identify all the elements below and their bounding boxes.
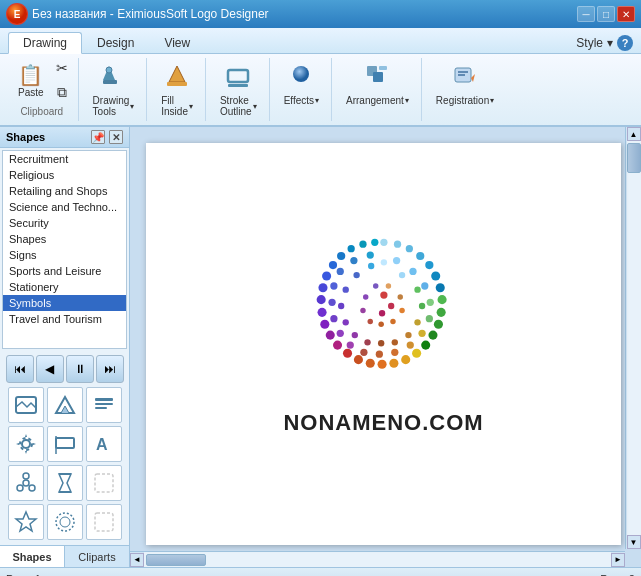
horizontal-scrollbar[interactable]: ◄ ► xyxy=(130,551,625,567)
placeholder-icon2[interactable] xyxy=(86,504,122,540)
tab-design[interactable]: Design xyxy=(82,31,149,53)
effects-button[interactable]: Effects ▾ xyxy=(278,58,325,110)
stroke-outline-button[interactable]: StrokeOutline ▾ xyxy=(214,58,263,121)
placeholder-icon[interactable] xyxy=(86,465,122,501)
fill-arrow-icon: ▾ xyxy=(189,102,193,111)
scroll-thumb-h[interactable] xyxy=(146,554,206,566)
svg-point-39 xyxy=(436,308,445,317)
clipboard-group: 📋 Paste ✂ ⧉ Clipboard xyxy=(6,58,79,121)
svg-point-105 xyxy=(388,303,394,309)
list-item[interactable]: Retailing and Shops xyxy=(3,183,126,199)
mountain-icon[interactable] xyxy=(47,387,83,423)
svg-point-95 xyxy=(385,283,390,288)
cut-button[interactable]: ✂ xyxy=(52,58,72,80)
list-item[interactable]: Shapes xyxy=(3,231,126,247)
hourglass-icon[interactable] xyxy=(47,465,83,501)
effects-icon xyxy=(287,62,315,93)
next-button[interactable]: ⏭ xyxy=(96,355,124,383)
tab-shapes[interactable]: Shapes xyxy=(0,546,65,567)
circle-pattern-icon[interactable] xyxy=(47,504,83,540)
svg-point-89 xyxy=(351,332,357,338)
svg-point-97 xyxy=(399,308,404,313)
scroll-up-icon[interactable]: ▲ xyxy=(627,127,641,141)
list-item[interactable]: Sports and Leisure xyxy=(3,263,126,279)
svg-point-74 xyxy=(330,315,337,322)
help-icon[interactable]: ? xyxy=(617,35,633,51)
fill-inside-label: FillInside xyxy=(161,95,188,117)
svg-point-106 xyxy=(379,310,385,316)
svg-point-23 xyxy=(23,473,29,479)
tab-view[interactable]: View xyxy=(149,31,205,53)
clipboard-label: Clipboard xyxy=(20,106,63,117)
pause-button[interactable]: ⏸ xyxy=(66,355,94,383)
gear-icon[interactable] xyxy=(8,426,44,462)
svg-point-71 xyxy=(360,349,367,356)
svg-point-88 xyxy=(364,339,370,345)
paste-button[interactable]: 📋 Paste xyxy=(12,61,50,102)
list-item[interactable]: Travel and Tourism xyxy=(3,311,126,327)
svg-point-33 xyxy=(405,245,412,252)
svg-point-54 xyxy=(316,295,325,304)
tab-cliparts[interactable]: Cliparts xyxy=(65,546,129,567)
registration-button[interactable]: Registration ▾ xyxy=(430,58,500,110)
playback-controls: ⏮ ◀ ⏸ ⏭ xyxy=(4,355,125,383)
first-button[interactable]: ⏮ xyxy=(6,355,34,383)
svg-point-85 xyxy=(405,332,411,338)
svg-point-59 xyxy=(347,245,354,252)
svg-point-91 xyxy=(338,303,344,309)
pin-icon[interactable]: 📌 xyxy=(91,130,105,144)
window-title: Без названия - EximiousSoft Logo Designe… xyxy=(32,7,269,21)
drawing-tools-arrow-icon: ▾ xyxy=(130,102,134,111)
drawing-canvas[interactable]: .d { rx: 4; ry: 4; } xyxy=(146,143,621,545)
svg-rect-4 xyxy=(167,82,187,86)
landscape-icon[interactable] xyxy=(8,387,44,423)
vertical-scrollbar[interactable]: ▲ ▼ xyxy=(625,127,641,549)
svg-point-58 xyxy=(337,252,345,260)
scroll-thumb-v[interactable] xyxy=(627,143,641,173)
scroll-right-icon[interactable]: ► xyxy=(611,553,625,567)
star-icon[interactable] xyxy=(8,504,44,540)
drawing-tools-button[interactable]: DrawingTools ▾ xyxy=(87,58,141,121)
close-button[interactable]: ✕ xyxy=(617,6,635,22)
maximize-button[interactable]: □ xyxy=(597,6,615,22)
arrangement-button[interactable]: Arrangement ▾ xyxy=(340,58,415,110)
svg-point-82 xyxy=(414,286,420,292)
text-icon[interactable]: A xyxy=(86,426,122,462)
svg-rect-15 xyxy=(95,398,113,401)
shapes-list[interactable]: Recruitment Religious Retailing and Shop… xyxy=(2,150,127,349)
list-item[interactable]: Recruitment xyxy=(3,151,126,167)
minimize-button[interactable]: ─ xyxy=(577,6,595,22)
svg-point-34 xyxy=(416,252,424,260)
svg-point-3 xyxy=(106,67,112,73)
list-item[interactable]: Science and Techno... xyxy=(3,199,126,215)
svg-point-29 xyxy=(60,517,70,527)
prev-button[interactable]: ◀ xyxy=(36,355,64,383)
svg-point-7 xyxy=(293,66,309,82)
svg-point-31 xyxy=(380,239,387,246)
panel-close-icon[interactable]: ✕ xyxy=(109,130,123,144)
list-item[interactable]: Religious xyxy=(3,167,126,183)
biohazard-icon[interactable] xyxy=(8,465,44,501)
registration-arrow-icon: ▾ xyxy=(490,96,494,105)
svg-point-101 xyxy=(360,308,365,313)
style-menu[interactable]: Style ▾ ? xyxy=(576,35,633,53)
list-item-selected[interactable]: Symbols xyxy=(3,295,126,311)
banner-icon[interactable] xyxy=(47,426,83,462)
list-item[interactable]: Security xyxy=(3,215,126,231)
scroll-left-icon[interactable]: ◄ xyxy=(130,553,144,567)
icon-controls-area: ⏮ ◀ ⏸ ⏭ xyxy=(0,351,129,545)
tab-drawing[interactable]: Drawing xyxy=(8,32,82,54)
arrangement-label: Arrangement xyxy=(346,95,404,106)
arrangement-arrow-icon: ▾ xyxy=(405,96,409,105)
copy-button[interactable]: ⧉ xyxy=(52,82,72,104)
svg-point-60 xyxy=(359,241,366,248)
svg-point-90 xyxy=(342,319,348,325)
list-item[interactable]: Stationery xyxy=(3,279,126,295)
cut-icon: ✂ xyxy=(56,61,68,75)
shapes-panel-header: Shapes 📌 ✕ xyxy=(0,127,129,148)
list-item[interactable]: Signs xyxy=(3,247,126,263)
list-icon[interactable] xyxy=(86,387,122,423)
fill-inside-button[interactable]: FillInside ▾ xyxy=(155,58,199,121)
svg-rect-30 xyxy=(95,513,113,531)
scroll-down-icon[interactable]: ▼ xyxy=(627,535,641,549)
